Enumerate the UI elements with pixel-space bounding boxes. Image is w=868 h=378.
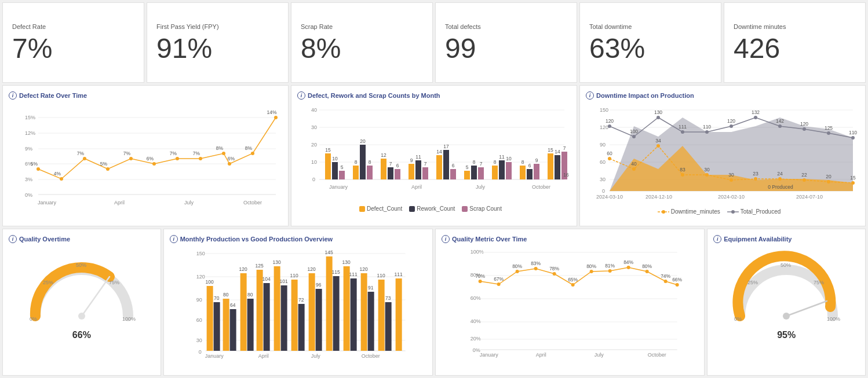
bar xyxy=(360,145,366,179)
dot xyxy=(553,272,556,276)
dot xyxy=(657,144,660,148)
kpi-defect-rate-value: 7% xyxy=(12,35,134,63)
svg-line-193 xyxy=(786,301,827,316)
svg-text:July: July xyxy=(476,184,486,190)
svg-text:30: 30 xyxy=(311,124,317,130)
svg-text:10: 10 xyxy=(332,156,338,162)
bar xyxy=(280,285,287,351)
defect-rate-chart: i Defect Rate Over Time 15% 12% 9% 6% 3%… xyxy=(2,85,289,226)
dot xyxy=(778,177,782,181)
dot xyxy=(632,135,636,138)
legend-total-produced: Total_Produced xyxy=(727,208,781,215)
svg-text:0: 0 xyxy=(602,188,605,194)
svg-text:January: January xyxy=(38,200,57,205)
quality-metric-svg: 100% 80% 60% 40% 20% 0% xyxy=(442,247,698,359)
svg-text:6: 6 xyxy=(396,163,399,168)
dot xyxy=(803,127,806,131)
svg-text:7: 7 xyxy=(424,161,427,167)
svg-text:20: 20 xyxy=(360,138,366,144)
kpi-fpy-label: First Pass Yield (FPY) xyxy=(156,23,279,30)
svg-text:80%: 80% xyxy=(512,263,522,269)
dot xyxy=(608,157,611,160)
svg-text:5: 5 xyxy=(341,164,344,170)
svg-text:80: 80 xyxy=(247,292,253,298)
svg-text:83%: 83% xyxy=(531,260,541,266)
dot xyxy=(627,266,630,269)
svg-text:4%: 4% xyxy=(54,171,61,177)
bar xyxy=(520,166,526,179)
svg-text:11: 11 xyxy=(499,154,505,160)
svg-text:2024-03-10: 2024-03-10 xyxy=(596,194,623,200)
svg-text:14: 14 xyxy=(436,149,442,155)
svg-text:132: 132 xyxy=(752,109,760,115)
svg-text:115: 115 xyxy=(331,269,340,275)
svg-text:7: 7 xyxy=(389,161,392,167)
svg-text:6%: 6% xyxy=(147,156,154,162)
svg-text:60: 60 xyxy=(196,317,202,323)
svg-text:80%: 80% xyxy=(586,263,596,269)
bar xyxy=(343,266,349,351)
svg-text:7%: 7% xyxy=(123,151,131,156)
svg-text:75%: 75% xyxy=(814,280,824,285)
bar xyxy=(291,280,297,351)
bar xyxy=(492,166,498,179)
svg-text:October: October xyxy=(361,353,380,359)
svg-text:100: 100 xyxy=(630,129,638,134)
svg-text:10: 10 xyxy=(311,159,317,165)
bar xyxy=(422,167,428,179)
svg-text:125: 125 xyxy=(255,263,263,269)
svg-point-111 xyxy=(662,210,665,214)
dot xyxy=(60,177,63,181)
svg-text:14%: 14% xyxy=(267,109,276,115)
svg-text:January: January xyxy=(480,352,499,358)
legend-defect-dot xyxy=(359,206,365,212)
svg-text:70: 70 xyxy=(214,295,220,301)
svg-text:60: 60 xyxy=(607,151,612,156)
bar xyxy=(315,289,322,351)
bar xyxy=(436,155,442,179)
svg-text:15: 15 xyxy=(850,175,856,181)
dot xyxy=(590,270,593,273)
svg-text:50%: 50% xyxy=(76,262,86,268)
svg-text:April: April xyxy=(258,353,268,359)
svg-text:8%: 8% xyxy=(245,145,253,151)
equipment-availability-value: 95% xyxy=(777,330,796,340)
dot xyxy=(479,280,482,283)
bar xyxy=(388,167,393,179)
dot xyxy=(497,282,501,286)
svg-text:7%: 7% xyxy=(193,151,200,156)
svg-text:July: July xyxy=(184,200,194,205)
svg-text:130: 130 xyxy=(342,259,350,265)
quality-overtime-chart: i Quality Overtime 0% 25% 50% 75% 100% xyxy=(2,229,161,376)
svg-text:60: 60 xyxy=(600,159,606,165)
svg-text:8: 8 xyxy=(355,159,358,165)
dot xyxy=(37,167,40,171)
bar xyxy=(339,171,345,179)
kpi-total-defects-label: Total defects xyxy=(445,23,567,30)
svg-text:111: 111 xyxy=(679,124,687,130)
dot xyxy=(803,178,806,182)
dot xyxy=(199,157,202,160)
legend-rework-dot xyxy=(409,206,415,212)
svg-text:120: 120 xyxy=(606,118,614,124)
svg-text:8: 8 xyxy=(473,159,476,165)
svg-text:130: 130 xyxy=(654,109,662,115)
svg-text:15%: 15% xyxy=(25,115,35,120)
svg-text:64: 64 xyxy=(230,302,236,308)
bar xyxy=(378,280,384,351)
kpi-total-downtime-value: 63% xyxy=(589,35,712,63)
svg-text:104: 104 xyxy=(262,276,270,282)
bar xyxy=(471,166,477,179)
svg-text:5%: 5% xyxy=(31,161,38,167)
kpi-scrap-rate-value: 8% xyxy=(301,35,423,63)
svg-text:2024-12-10: 2024-12-10 xyxy=(645,194,672,200)
dashboard: Defect Rate 7% First Pass Yield (FPY) 91… xyxy=(0,0,868,378)
bar xyxy=(298,304,304,351)
svg-text:101: 101 xyxy=(279,278,287,284)
bar xyxy=(506,162,512,179)
svg-text:81%: 81% xyxy=(605,263,615,269)
legend-downtime-min: Downtime_minutes xyxy=(658,208,720,215)
svg-text:9%: 9% xyxy=(25,146,32,152)
svg-text:150: 150 xyxy=(196,251,205,256)
bar xyxy=(360,273,367,351)
